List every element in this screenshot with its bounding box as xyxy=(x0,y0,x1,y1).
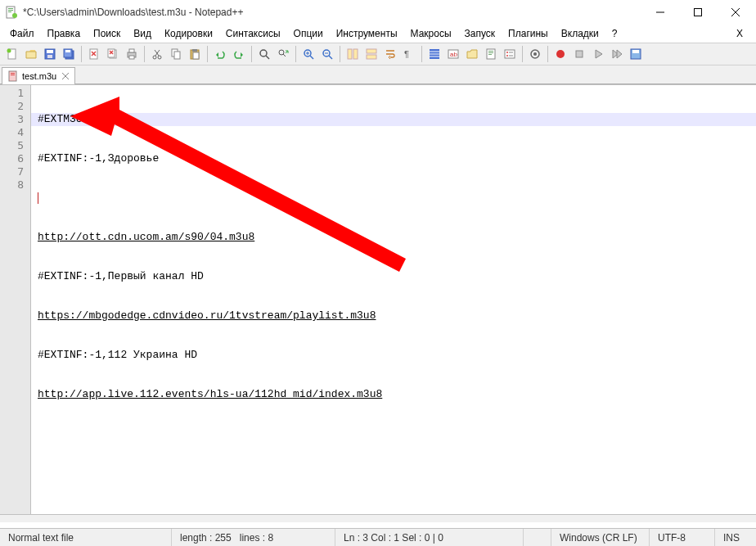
menu-edit[interactable]: Правка xyxy=(41,26,88,41)
code-content[interactable]: #EXTM3U #EXTINF:-1,Здоровье http://ott.c… xyxy=(31,85,756,427)
title-bar: *C:\Users\admin\Downloads\test.m3u - Not… xyxy=(0,0,756,25)
stop-macro-icon[interactable] xyxy=(570,45,588,63)
line-number: 4 xyxy=(0,126,24,139)
url-link[interactable]: http://ott.cdn.ucom.am/s90/04.m3u8 xyxy=(38,231,254,243)
replace-icon[interactable] xyxy=(274,45,292,63)
all-chars-icon[interactable]: ¶ xyxy=(400,45,418,63)
save-icon[interactable] xyxy=(41,45,59,63)
svg-rect-74 xyxy=(9,71,16,81)
status-length-lines: length : 255 lines : 8 xyxy=(172,529,335,546)
sync-v-icon[interactable] xyxy=(344,45,362,63)
menu-macro[interactable]: Макросы xyxy=(404,26,458,41)
svg-point-64 xyxy=(506,55,508,56)
svg-rect-48 xyxy=(353,49,358,59)
status-spacer xyxy=(524,529,551,546)
open-file-icon[interactable] xyxy=(22,45,40,63)
close-all-icon[interactable] xyxy=(104,45,122,63)
code-line: http://app.live.112.events/hls-ua/112hd_… xyxy=(38,388,756,401)
maximize-button[interactable] xyxy=(679,0,717,25)
save-macro-icon[interactable] xyxy=(627,45,645,63)
indent-guide-icon[interactable] xyxy=(425,45,443,63)
svg-point-4 xyxy=(12,13,17,18)
code-line: http://ott.cdn.ucom.am/s90/04.m3u8 xyxy=(38,231,756,244)
lang-icon[interactable]: ab xyxy=(444,45,462,63)
svg-point-63 xyxy=(506,52,508,53)
code-line xyxy=(38,192,756,205)
svg-rect-61 xyxy=(488,54,492,55)
code-line: https://mbgodedge.cdnvideo.ru/1tvstream/… xyxy=(38,309,756,323)
svg-point-10 xyxy=(7,49,11,53)
svg-rect-3 xyxy=(8,11,11,12)
menu-view[interactable]: Вид xyxy=(127,26,158,41)
svg-rect-12 xyxy=(47,50,53,53)
line-number: 5 xyxy=(0,139,24,152)
svg-rect-16 xyxy=(65,50,70,52)
line-number: 6 xyxy=(0,152,24,165)
svg-rect-25 xyxy=(129,49,134,52)
svg-rect-1 xyxy=(8,8,13,9)
menu-search[interactable]: Поиск xyxy=(87,26,127,41)
svg-rect-75 xyxy=(11,73,15,74)
url-link[interactable]: http://app.live.112.events/hls-ua/112hd_… xyxy=(38,388,382,400)
menu-encoding[interactable]: Кодировки xyxy=(158,26,219,41)
new-file-icon[interactable] xyxy=(3,45,21,63)
file-tab[interactable]: test.m3u xyxy=(2,67,75,84)
tab-bar: test.m3u xyxy=(0,65,756,84)
menu-help[interactable]: ? xyxy=(605,26,624,41)
undo-icon[interactable] xyxy=(211,45,229,63)
zoom-out-icon[interactable] xyxy=(318,45,336,63)
close-file-icon[interactable] xyxy=(85,45,103,63)
status-insert-mode[interactable]: INS xyxy=(715,529,756,546)
url-link[interactable]: https://mbgodedge.cdnvideo.ru/1tvstream/… xyxy=(38,309,376,322)
status-eol[interactable]: Windows (CR LF) xyxy=(551,529,650,546)
toolbar: ¶ ab xyxy=(0,43,756,65)
menu-run[interactable]: Запуск xyxy=(458,26,502,41)
svg-text:ab: ab xyxy=(450,51,457,58)
func-list-icon[interactable] xyxy=(501,45,519,63)
svg-point-28 xyxy=(158,56,161,59)
menubar-close-x[interactable]: X xyxy=(727,28,753,39)
svg-point-69 xyxy=(556,50,565,58)
status-encoding[interactable]: UTF-8 xyxy=(650,529,715,546)
svg-line-45 xyxy=(329,56,332,59)
monitor-icon[interactable] xyxy=(526,45,544,63)
play-multi-icon[interactable] xyxy=(608,45,626,63)
editor-area[interactable]: 1 2 3 4 5 6 7 8 #EXTM3U #EXTINF:-1,Здоро… xyxy=(0,84,756,514)
sync-h-icon[interactable] xyxy=(362,45,380,63)
cut-icon[interactable] xyxy=(148,45,166,63)
print-icon[interactable] xyxy=(123,45,141,63)
menu-settings[interactable]: Опции xyxy=(287,26,330,41)
paste-icon[interactable] xyxy=(186,45,204,63)
doc-map-icon[interactable] xyxy=(482,45,500,63)
code-line: #EXTINF:-1,Первый канал HD xyxy=(38,270,756,283)
menu-plugins[interactable]: Плагины xyxy=(502,26,555,41)
record-macro-icon[interactable] xyxy=(551,45,569,63)
menu-window[interactable]: Вкладки xyxy=(555,26,605,41)
file-tab-label: test.m3u xyxy=(22,71,56,81)
minimize-button[interactable] xyxy=(641,0,679,25)
menu-file[interactable]: Файл xyxy=(3,26,41,41)
copy-icon[interactable] xyxy=(167,45,185,63)
menu-tools[interactable]: Инструменты xyxy=(330,26,404,41)
zoom-in-icon[interactable] xyxy=(299,45,317,63)
find-icon[interactable] xyxy=(255,45,273,63)
status-position: Ln : 3 Col : 1 Sel : 0 | 0 xyxy=(335,529,524,546)
line-number: 1 xyxy=(0,87,24,100)
tab-close-icon[interactable] xyxy=(61,72,70,80)
close-button[interactable] xyxy=(717,0,754,25)
menu-language[interactable]: Синтаксисы xyxy=(219,26,287,41)
line-number-gutter: 1 2 3 4 5 6 7 8 xyxy=(0,85,31,514)
play-macro-icon[interactable] xyxy=(589,45,607,63)
svg-rect-76 xyxy=(11,74,15,75)
svg-rect-72 xyxy=(632,50,639,53)
code-line: #EXTM3U xyxy=(38,113,756,126)
svg-point-36 xyxy=(260,50,267,56)
folder-icon[interactable] xyxy=(463,45,481,63)
save-all-icon[interactable] xyxy=(60,45,78,63)
redo-icon[interactable] xyxy=(230,45,248,63)
status-filetype: Normal text file xyxy=(0,529,172,546)
line-number: 2 xyxy=(0,100,24,113)
svg-line-29 xyxy=(155,50,160,56)
bottom-gap xyxy=(0,514,756,522)
wrap-icon[interactable] xyxy=(381,45,399,63)
